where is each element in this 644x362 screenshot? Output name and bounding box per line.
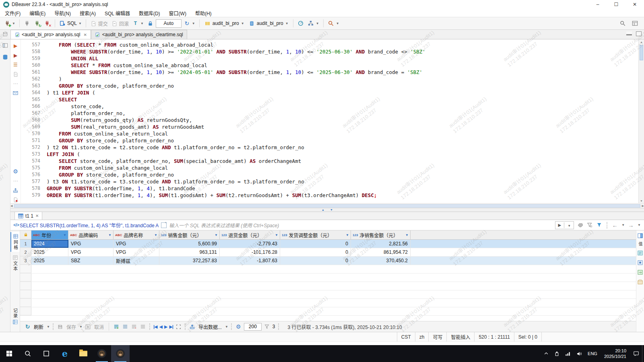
perspective-icon[interactable] [632,20,638,27]
duplicate-row-icon[interactable] [122,323,129,330]
database-navigator-icon[interactable] [2,53,8,60]
minimize-editor-button[interactable] [626,31,632,35]
save-icon[interactable] [57,323,64,330]
empty-row-number[interactable] [20,265,31,273]
cancel-icon[interactable] [85,323,91,330]
menu-item-1[interactable]: 编辑(E) [29,10,45,16]
grid-cell[interactable]: VPG [114,240,159,248]
grid-cell[interactable]: 861,954.72 [351,248,411,256]
results-tab[interactable]: t1 1 ✕ [14,212,42,220]
connection-lock-button[interactable] [146,19,155,28]
references-panel-icon[interactable] [637,269,644,276]
filter-query-text[interactable]: SELECT SUBSTR(t1.orderTime, 1, 4) AS "年份… [20,222,159,228]
mail-export-icon[interactable] [12,90,19,96]
maximize-button[interactable]: ☐ [607,0,625,9]
column-header-2[interactable]: ABC品牌名称▼ [114,230,159,239]
scroll-up-arrow-icon[interactable]: ▲ [639,39,644,44]
grid-cell[interactable]: 2025 [31,248,68,256]
dashboard-button[interactable] [296,19,305,28]
grid-view-tab[interactable]: 网格 [10,232,20,252]
row-number[interactable]: 2 [20,248,31,256]
schema-selector[interactable]: audit_bi_pro ▼ [247,19,290,28]
column-dropdown-icon[interactable]: ▼ [108,233,111,237]
table-row[interactable]: 22025VPGVPG963,131-101,176.280861,954.72 [20,248,636,257]
apply-filter-combo[interactable]: ▶ ▼ [555,221,574,229]
show-desktop-button[interactable] [642,345,644,362]
grid-cell[interactable]: VPG [68,240,114,248]
refresh-icon[interactable]: ↻ [24,323,31,330]
empty-row-number[interactable] [20,290,31,298]
export-result-icon[interactable] [12,187,19,193]
first-row-button[interactable]: |◀ [153,324,157,329]
editor-list-icon[interactable] [0,29,10,39]
start-button[interactable] [0,345,19,362]
column-header-5[interactable]: 123发货调整金额（元）▼ [280,230,351,239]
rollback-button[interactable]: 回滚 [110,19,130,28]
nav-back-icon[interactable]: ← [611,222,618,228]
erase-filter-icon[interactable] [577,222,584,228]
tray-chevron-up-icon[interactable] [541,345,551,362]
output-doc-icon[interactable] [12,197,19,203]
editor-results-sash[interactable]: ▲ ▼ [10,208,644,212]
fetch-segment-icon[interactable] [264,323,270,330]
delete-row-icon[interactable] [131,323,138,330]
grid-cell[interactable]: SBZ [68,257,114,265]
editor-tab-1[interactable]: <audit_bi_pro> analysis_cleartime.sql [91,30,187,39]
grid-cell[interactable]: 斯搏兹 [114,257,159,265]
last-row-button[interactable]: ▶| [169,324,173,329]
export-panel-icon[interactable] [637,278,644,285]
editor-vertical-scrollbar[interactable]: ▲ ▼ [638,39,644,203]
sash-up-icon[interactable]: ▲ [322,208,324,212]
column-header-6[interactable]: 123净销售金额（元）▼ [351,230,411,239]
menu-item-0[interactable]: 文件(F) [5,10,21,16]
new-connection-button[interactable]: ✚ ▼ [2,19,17,28]
row-number[interactable]: 1 [20,240,31,248]
sql-code-area[interactable]: 557 FROM (SELECT * FROM custom_online_sa… [21,39,638,203]
scroll-down-arrow-icon[interactable]: ▼ [639,198,644,203]
text-view-tab[interactable]: 文本 [10,253,20,273]
empty-row-number[interactable] [20,307,31,315]
empty-row-number[interactable] [20,274,31,282]
task-view-button[interactable] [37,345,56,362]
editor-tab-0[interactable]: <audit_bi_pro> analysis.sql✕ [10,30,91,39]
results-grid[interactable]: ABC年份▼ABC品牌编码▼ABC品牌名称▼123销售金额（元）▼123退货金额… [20,230,636,321]
grid-cell[interactable]: 0 [280,257,351,265]
export-data-label[interactable]: 导出数据... [198,323,222,330]
database-selector[interactable]: audit_bi_pro ▼ [202,19,246,28]
close-button[interactable]: ✕ [625,0,644,9]
close-icon[interactable]: ✕ [83,33,87,37]
close-icon[interactable]: ✕ [35,214,39,218]
menu-item-5[interactable]: 数据库(D) [139,10,160,16]
editor-hscroll-thumb[interactable] [14,204,640,208]
commit-mode-select[interactable]: Auto [156,19,182,28]
dbeaver-taskbar-button-active[interactable] [111,345,130,362]
expand-filter-icon[interactable] [161,222,167,228]
tray-network-icon[interactable] [562,345,574,362]
empty-row-number[interactable] [20,299,31,307]
column-header-0[interactable]: ABC年份▼ [31,230,68,239]
grid-cell[interactable]: 2024 [31,240,68,248]
compare-button[interactable]: ▼ [306,19,320,28]
grid-cell[interactable]: 0 [280,248,351,256]
menu-item-6[interactable]: 窗口(W) [169,10,186,16]
restore-panel-icon[interactable] [2,42,8,49]
editor-vscroll-thumb[interactable] [640,45,643,60]
prev-row-button[interactable]: ◀ [159,324,162,329]
query-history-button[interactable]: ↻ ▼ [182,19,196,28]
notification-center-icon[interactable] [630,345,642,362]
column-header-3[interactable]: 123销售金额（元）▼ [159,230,220,239]
chevron-down-icon[interactable]: ▼ [79,325,83,329]
editor-horizontal-scrollbar[interactable]: ◀ ▶ [10,203,644,208]
maximize-editor-button[interactable] [636,31,642,36]
refresh-label[interactable]: 刷新 [34,323,43,330]
column-header-4[interactable]: 123退货金额（元）▼ [220,230,280,239]
filter-placeholder[interactable]: 输入一个 SQL 表达式来过滤结果 (使用 Ctrl+Space) [169,222,555,228]
grid-cell[interactable]: -101,176.28 [220,248,280,256]
script-doc-icon[interactable] [12,71,19,77]
menu-item-4[interactable]: SQL 编辑器 [105,10,130,16]
search-button[interactable]: ▼ [326,19,341,28]
nav-forward-icon[interactable]: → [627,222,634,228]
new-sql-editor-button[interactable]: SQL ▼ [58,19,83,28]
menu-item-7[interactable]: 帮助(H) [195,10,212,16]
metadata-panel-icon[interactable] [637,259,644,266]
